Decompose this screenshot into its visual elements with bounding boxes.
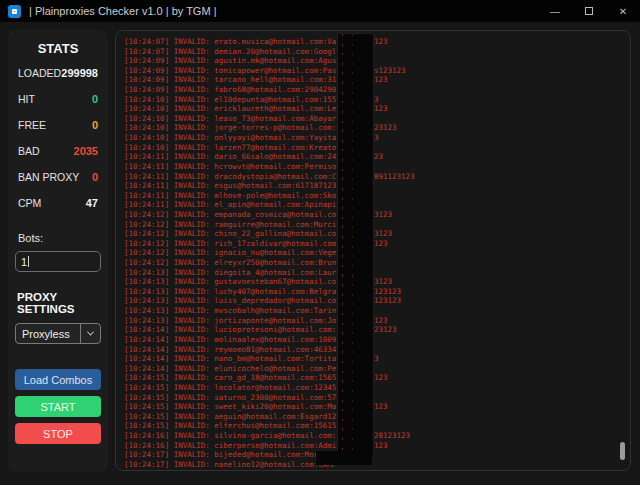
stat-label: BAN PROXY: [18, 171, 79, 183]
close-button[interactable]: ✕: [606, 0, 640, 22]
log-line: [10:24:12] INVALID: empanada_cosmica@hot…: [124, 210, 630, 220]
log-line-suffix: 123: [374, 104, 388, 114]
log-line-text: [10:24:11] INVALID: dario_66salo@hotmail…: [124, 152, 336, 162]
titlebar: | Plainproxies Checker v1.0 | by TGM | —…: [0, 0, 640, 22]
log-line: [10:24:14] INVALID: reymomo81@hotmail.co…: [124, 345, 630, 355]
stat-label: LOADED: [18, 67, 61, 79]
dropdown-arrow-cell[interactable]: [80, 324, 100, 343]
log-line-text: [10:24:10] INVALID: ericklaureth@hotmail…: [124, 104, 336, 114]
maximize-button[interactable]: [572, 0, 606, 22]
stat-value: 0: [92, 93, 98, 105]
scrollbar-thumb[interactable]: [620, 442, 625, 460]
log-line-text: [10:24:14] INVALID: nano_bm@hotmail.com:…: [124, 354, 336, 364]
log-line: [10:24:13] INVALID: gustavoesteban67@hot…: [124, 277, 630, 287]
log-line: [10:24:09] INVALID: tarcano_hell@hotmail…: [124, 75, 630, 85]
stat-value: 0: [92, 171, 98, 183]
log-line: [10:24:11] INVALID: el_apin@hotmail.com:…: [124, 200, 630, 210]
log-line-text: [10:24:14] INVALID: reymomo81@hotmail.co…: [124, 345, 336, 355]
log-line-text: [10:24:15] INVALID: aeguin@hotmail.com:E…: [124, 412, 336, 422]
log-line: [10:24:07] INVALID: erato.musica@hotmail…: [124, 37, 630, 47]
log-line-text: [10:24:15] INVALID: caro_gd_18@hotmail.c…: [124, 373, 336, 383]
start-button[interactable]: START: [15, 396, 101, 417]
log-line-text: [10:24:09] INVALID: tonicapower@hotmail.…: [124, 66, 336, 76]
log-line: [10:24:10] INVALID: leaso_73@hotmail.com…: [124, 114, 630, 124]
log-line-suffix: 3: [374, 133, 379, 143]
log-line-text: [10:24:14] INVALID: elunicochelo@hotmail…: [124, 364, 336, 374]
log-line-text: [10:24:12] INVALID: empanada_cosmica@hot…: [124, 210, 336, 220]
log-line-text: [10:24:07] INVALID: erato.musica@hotmail…: [124, 37, 336, 47]
log-line-text: [10:24:09] INVALID: tarcano_hell@hotmail…: [124, 75, 336, 85]
log-panel[interactable]: [10:24:07] INVALID: erato.musica@hotmail…: [115, 30, 631, 471]
log-line: [10:24:11] INVALID: dracodystopia@hotmai…: [124, 172, 630, 182]
bots-input-value: 1: [21, 256, 27, 268]
stat-row: BAN PROXY0: [8, 164, 108, 190]
log-line: [10:24:09] INVALID: agustin.mk@hotmail.c…: [124, 56, 630, 66]
log-line-text: [10:24:10] INVALID: el10depunta@hotmail.…: [124, 95, 336, 105]
log-line-text: [10:24:13] INVALID: mvscobalh@hotmail.co…: [124, 306, 336, 316]
log-line-suffix: s123123: [374, 66, 406, 76]
proxy-mode-select[interactable]: Proxyless: [15, 323, 101, 344]
log-line: [10:24:10] INVALID: jorge-torres-p@hotma…: [124, 123, 630, 133]
load-combos-button[interactable]: Load Combos: [15, 369, 101, 390]
log-line-text: [10:24:12] INVALID: ramguirre@hotmail.co…: [124, 220, 336, 230]
log-line-text: [10:24:15] INVALID: locolator@hotmail.co…: [124, 383, 336, 393]
log-line: [10:24:11] INVALID: hcrowvt@hotmail.com:…: [124, 162, 630, 172]
log-line: [10:24:16] INVALID: ciberperse@hotmail.c…: [124, 441, 630, 451]
log-line: [10:24:14] INVALID: lucioprotesoni@hotma…: [124, 325, 630, 335]
log-line: [10:24:13] INVALID: luchy407@hotmail.com…: [124, 287, 630, 297]
bots-label: Bots:: [8, 232, 108, 244]
log-line: [10:24:15] INVALID: sweet_kiki20@hotmail…: [124, 402, 630, 412]
log-line-suffix: 123123: [374, 296, 401, 306]
log-line: [10:24:11] INVALID: mlhove-pole@hotmail.…: [124, 191, 630, 201]
action-buttons: Load CombosSTARTSTOP: [8, 369, 108, 444]
log-line-text: [10:24:16] INVALID: ciberperse@hotmail.c…: [124, 441, 336, 451]
stat-value: 2035: [74, 145, 98, 157]
stat-label: HIT: [18, 93, 35, 105]
stat-label: FREE: [18, 119, 46, 131]
log-line: [10:24:11] INVALID: esgus@hotmail.com:61…: [124, 181, 630, 191]
stat-value: 0: [92, 119, 98, 131]
log-line: [10:24:17] INVALID: nanelino12@hotmail.c…: [124, 460, 630, 470]
stop-button[interactable]: STOP: [15, 423, 101, 444]
log-line: [10:24:10] INVALID: el10depunta@hotmail.…: [124, 95, 630, 105]
stat-row: HIT0: [8, 86, 108, 112]
minimize-button[interactable]: —: [538, 0, 572, 22]
log-line: [10:24:15] INVALID: aeguin@hotmail.com:E…: [124, 412, 630, 422]
log-line-text: [10:24:13] INVALID: luiss_depredador@hot…: [124, 296, 336, 306]
log-line-suffix: 23: [374, 152, 383, 162]
app-icon: [8, 5, 21, 18]
log-line-suffix: 123: [374, 239, 388, 249]
log-line: [10:24:12] INVALID: chino_22_gallina@hot…: [124, 229, 630, 239]
log-line-text: [10:24:17] INVALID: nanelino12@hotmail.c…: [124, 460, 336, 470]
log-line-text: [10:24:09] INVALID: fabro68@hotmail.com:…: [124, 85, 336, 95]
log-line: [10:24:13] INVALID: luiss_depredador@hot…: [124, 296, 630, 306]
log-line-text: [10:24:12] INVALID: chino_22_gallina@hot…: [124, 229, 336, 239]
log-line-suffix: 891123123: [374, 172, 415, 182]
log-line-text: [10:24:11] INVALID: esgus@hotmail.com:61…: [124, 181, 336, 191]
stat-value: 47: [86, 197, 98, 209]
bots-input[interactable]: 1: [15, 251, 101, 272]
log-line-suffix: 123: [374, 441, 388, 451]
log-line: [10:24:12] INVALID: ramguirre@hotmail.co…: [124, 220, 630, 230]
log-line-suffix: 3: [374, 354, 379, 364]
chevron-down-icon: [87, 329, 94, 336]
log-line-text: [10:24:13] INVALID: luchy407@hotmail.com…: [124, 287, 336, 297]
log-line-text: [10:24:11] INVALID: hcrowvt@hotmail.com:…: [124, 162, 336, 172]
stats-list: LOADED299998HIT0FREE0BAD2035BAN PROXY0CP…: [8, 60, 108, 216]
log-line: [10:24:15] INVALID: caro_gd_18@hotmail.c…: [124, 373, 630, 383]
log-line-text: [10:24:12] INVALID: rich_17zaldivar@hotm…: [124, 239, 336, 249]
stat-row: BAD2035: [8, 138, 108, 164]
log-line-text: [10:24:10] INVALID: larzen77@hotmail.com…: [124, 143, 336, 153]
log-line-text: [10:24:10] INVALID: jorge-torres-p@hotma…: [124, 123, 336, 133]
window-controls: — ✕: [538, 0, 640, 22]
sidebar: STATS LOADED299998HIT0FREE0BAD2035BAN PR…: [8, 30, 108, 472]
log-lines: [10:24:07] INVALID: erato.musica@hotmail…: [124, 37, 630, 469]
log-line-suffix: 3123: [374, 210, 392, 220]
text-cursor: [28, 256, 29, 267]
log-line-text: [10:24:11] INVALID: dracodystopia@hotmai…: [124, 172, 336, 182]
log-line: [10:24:11] INVALID: dario_66salo@hotmail…: [124, 152, 630, 162]
log-line: [10:24:10] INVALID: larzen77@hotmail.com…: [124, 143, 630, 153]
redaction-blob: [316, 451, 372, 465]
log-line-suffix: 123: [374, 373, 388, 383]
log-line-text: [10:24:15] INVALID: elferchus@hotmail.co…: [124, 421, 336, 431]
